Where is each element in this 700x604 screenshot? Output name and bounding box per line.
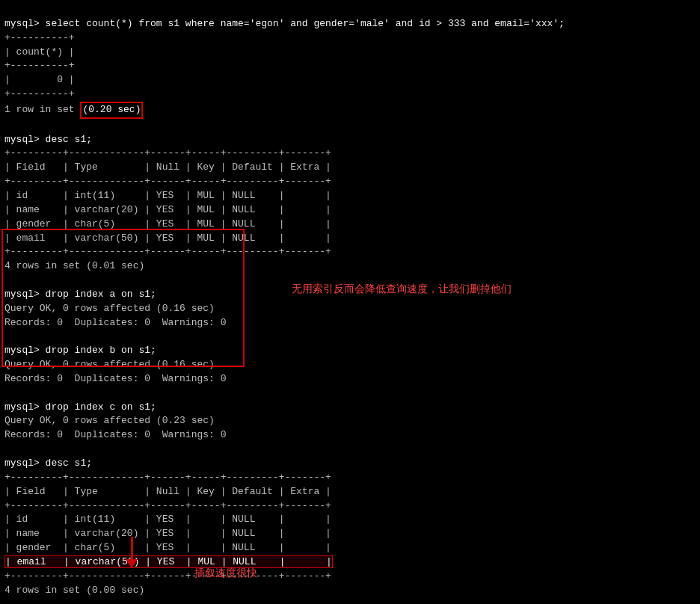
line-40: +---------+-------------+------+-----+--… [4,570,331,582]
line-25: Query OK, 0 rows affected (0.16 sec) [4,359,215,370]
line-14: | name | varchar(20) | YES | MUL | NULL … [4,204,331,215]
line-9: mysql> desc s1; [4,134,92,145]
line-11: | Field | Type | Null | Key | Default | … [4,161,331,173]
line-37: | name | varchar(20) | YES | | NULL | | [4,528,331,539]
line-12: +---------+-------------+------+-----+--… [4,176,331,187]
time-highlight-1: (0.20 sec) [80,102,143,119]
line-15: | gender | char(5) | YES | MUL | NULL | … [4,218,331,229]
terminal: mysql> select count(*) from s1 where nam… [0,0,700,604]
line-10: +---------+-------------+------+-----+--… [4,147,331,158]
arrow-down-1 [126,537,138,568]
line-21: Query OK, 0 rows affected (0.16 sec) [4,303,215,314]
line-32: mysql> desc s1; [4,457,92,469]
line-24: mysql> drop index b on s1; [4,345,156,356]
line-34: | Field | Type | Null | Key | Default | … [4,486,331,497]
line-3: | count(*) | [4,46,75,58]
line-26: Records: 0 Duplicates: 0 Warnings: 0 [4,373,226,384]
line-35: +---------+-------------+------+-----+--… [4,500,331,511]
line-13: | id | int(11) | YES | MUL | NULL | | [4,190,331,201]
line-41: 4 rows in set (0.00 sec) [4,585,144,596]
line-28: mysql> drop index c on s1; [4,401,156,413]
line-17: +---------+-------------+------+-----+--… [4,246,331,257]
line-4: +----------+ [4,60,75,71]
line-22: Records: 0 Duplicates: 0 Warnings: 0 [4,317,226,328]
line-1: mysql> select count(*) from s1 where nam… [4,18,565,29]
line-36: | id | int(11) | YES | | NULL | | [4,514,331,525]
line-7: 1 row in set (0.20 sec) [4,104,143,115]
line-2: +----------+ [4,32,75,43]
line-20: mysql> drop index a on s1; [4,289,156,300]
line-29: Query OK, 0 rows affected (0.23 sec) [4,415,215,426]
line-18: 4 rows in set (0.01 sec) [4,260,144,271]
annotation-2: 插叙速度很快 [194,567,257,580]
line-6: +----------+ [4,88,75,99]
line-16: | email | varchar(50) | YES | MUL | NULL… [4,232,331,244]
line-5: | 0 | [4,74,75,85]
line-39: | email | varchar(50) | YES | MUL | NULL… [4,556,333,567]
line-38: | gender | char(5) | YES | | NULL | | [4,542,331,553]
annotation-1: 无用索引反而会降低查询速度，让我们删掉他们 [292,283,512,296]
line-33: +---------+-------------+------+-----+--… [4,472,331,483]
line-30: Records: 0 Duplicates: 0 Warnings: 0 [4,429,226,440]
